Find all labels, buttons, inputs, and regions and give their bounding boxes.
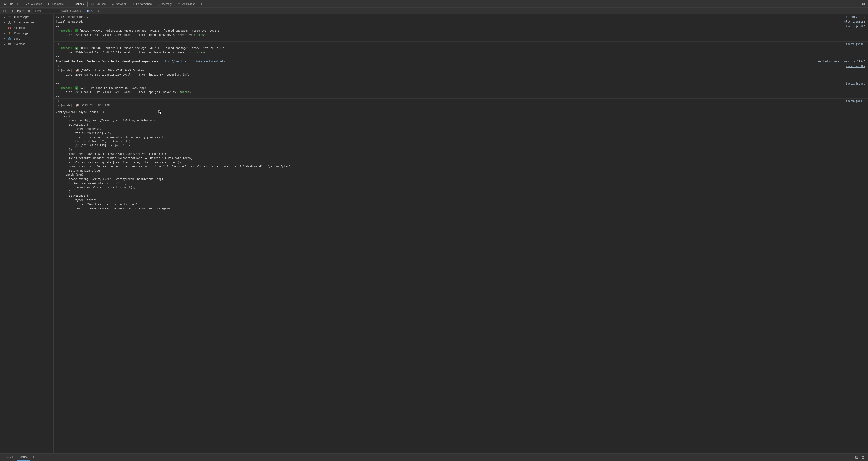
source-link[interactable]: react-dom.development.js:29840: [816, 59, 865, 64]
log-blank-line: [56, 107, 865, 110]
sidebar-toggle-icon[interactable]: [1, 8, 8, 14]
messages-icon: [8, 15, 11, 19]
console-sidebar: ▶ 43 messages ▶ 9 user messages No error…: [0, 14, 54, 453]
console-log-area[interactable]: [vite] connecting... client.ts:19 [vite]…: [54, 14, 868, 453]
drawer-expand-icon[interactable]: [860, 454, 866, 460]
log-minusminus: --: [56, 37, 865, 41]
live-expression-icon[interactable]: [26, 8, 32, 14]
log-levels-selector[interactable]: Default levels ▼: [61, 9, 85, 13]
log-minusminus: --: [56, 55, 865, 59]
source-link[interactable]: index.js:389: [846, 42, 865, 46]
svg-point-27: [98, 10, 99, 11]
drawer-tab-console[interactable]: Console: [2, 454, 17, 461]
log-line: Download the React DevTools for a better…: [56, 59, 865, 64]
sidebar-item-label: 6 info: [13, 37, 20, 40]
sidebar-item-messages[interactable]: ▶ 43 messages: [0, 14, 53, 20]
tab-label: Elements: [53, 2, 64, 6]
error-icon: [8, 26, 11, 30]
tab-sources[interactable]: Sources: [88, 0, 108, 8]
svg-point-18: [863, 4, 864, 5]
sidebar-item-verbose[interactable]: ▶ 2 verbose: [0, 41, 53, 47]
log-line: ✓ ⌈mcode⌋: ✓ [MCODE-PACKAGE] 'MicroCODE …: [56, 29, 865, 33]
svg-point-8: [113, 5, 113, 5]
tab-network[interactable]: Network: [108, 0, 129, 8]
log-line: time: 2024-Mar-02 Sat 12:46:18.230 Local…: [56, 73, 865, 77]
inspect-element-icon[interactable]: [2, 1, 8, 7]
severity-success: success: [194, 51, 206, 54]
tab-elements[interactable]: Elements: [45, 0, 66, 8]
sidebar-item-user-messages[interactable]: ▶ 9 user messages: [0, 20, 53, 25]
log-plusplus: ++: [56, 64, 865, 69]
log-line: time: 2024-Mar-02 Sat 12:46:18.241 Local…: [56, 90, 865, 94]
memory-icon: [157, 2, 161, 6]
severity-info: info: [183, 73, 189, 76]
sidebar-item-label: 35 warnings: [13, 32, 28, 35]
source-link[interactable]: index.js:389: [846, 25, 865, 29]
tab-label: Console: [75, 2, 85, 6]
device-toolbar-icon[interactable]: [8, 1, 15, 7]
svg-point-31: [9, 21, 10, 22]
log-line: i ⌈mcode⌋: 📢 [VERIFY] 'FUNCTION: [56, 103, 865, 107]
external-link[interactable]: https://reactjs.org/link/react-devtools: [162, 60, 225, 63]
success-badge-icon: ✓: [75, 29, 78, 32]
context-selector[interactable]: top ▼: [16, 9, 25, 13]
source-link[interactable]: index.js:389: [846, 82, 865, 86]
sidebar-item-errors[interactable]: No errors: [0, 25, 53, 31]
source-link[interactable]: index.js:389: [846, 64, 865, 69]
tab-console[interactable]: Console: [67, 1, 88, 7]
drawer-tab-issues[interactable]: Issues: [17, 454, 30, 461]
svg-rect-1: [10, 3, 12, 5]
log-entry: index.js:389 ++ ✓ ⌈mcode⌋: ✓ [APP] 'Welc…: [54, 81, 868, 99]
tab-label: Network: [116, 2, 126, 6]
help-icon[interactable]: [860, 1, 867, 7]
log-line: time: 2024-Mar-02 Sat 12:46:18.179 Local…: [56, 51, 865, 55]
sidebar-item-info[interactable]: ▶ 6 info: [0, 36, 53, 41]
levels-label: Default levels: [62, 9, 79, 12]
computed-styles-icon[interactable]: [854, 454, 860, 460]
svg-point-16: [858, 4, 858, 4]
svg-point-15: [857, 4, 858, 4]
dock-side-icon[interactable]: [15, 1, 21, 7]
context-label: top: [17, 9, 21, 12]
drawer-tab-label: Issues: [20, 455, 28, 459]
log-minusminus: --: [56, 94, 865, 99]
issues-count: 23: [91, 9, 93, 12]
add-tab-icon[interactable]: [198, 1, 205, 7]
log-entry: react-dom.development.js:29840 Download …: [54, 59, 868, 64]
svg-point-39: [9, 38, 9, 38]
log-entry: index.js:389 ++ i ⌈mcode⌋: 📢 [INDEX] 'Lo…: [54, 64, 868, 81]
twisty-icon: ▶: [3, 32, 5, 34]
source-link[interactable]: index.js:443: [846, 99, 865, 103]
console-toolbar: top ▼ Default levels ▼ 23: [0, 8, 868, 14]
log-entry: [vite] connected. client.ts:156: [54, 19, 868, 24]
svg-line-22: [11, 10, 12, 12]
log-line: ✓ ⌈mcode⌋: ✓ [APP] 'Welcome to the Micro…: [56, 86, 865, 90]
success-badge-icon: ✓: [75, 87, 78, 90]
twisty-icon: ▶: [3, 21, 5, 24]
svg-rect-47: [862, 456, 864, 458]
log-entry: index.js:443 ++ i ⌈mcode⌋: 📢 [VERIFY] 'F…: [54, 99, 868, 210]
issues-chip[interactable]: 23: [86, 9, 95, 12]
console-settings-icon[interactable]: [96, 8, 102, 14]
sidebar-item-warnings[interactable]: ▶ 35 warnings: [0, 31, 53, 36]
log-code-block: verifyToken:: async (token) => { try { m…: [56, 110, 865, 210]
filter-input[interactable]: [33, 8, 60, 13]
sidebar-item-label: No errors: [13, 26, 25, 30]
tab-label: Sources: [96, 2, 105, 6]
log-entry: index.js:389 ++ ✓ ⌈mcode⌋: ✓ [MCODE-PACK…: [54, 42, 868, 59]
tab-label: Memory: [162, 2, 172, 6]
info-icon: [8, 37, 11, 40]
clear-console-icon[interactable]: [8, 8, 15, 14]
svg-rect-19: [3, 10, 6, 12]
svg-rect-10: [178, 3, 180, 5]
source-link[interactable]: client.ts:156: [844, 20, 865, 24]
tab-memory[interactable]: Memory: [154, 0, 175, 8]
more-icon[interactable]: [854, 1, 860, 7]
source-link[interactable]: client.ts:19: [846, 15, 865, 19]
tab-welcome[interactable]: Welcome: [23, 0, 45, 8]
welcome-icon: [26, 2, 30, 6]
tab-application[interactable]: Application: [175, 0, 198, 8]
tab-performance[interactable]: Performance: [129, 0, 154, 8]
drawer-add-tab-icon[interactable]: [30, 454, 37, 460]
svg-rect-5: [70, 3, 73, 5]
